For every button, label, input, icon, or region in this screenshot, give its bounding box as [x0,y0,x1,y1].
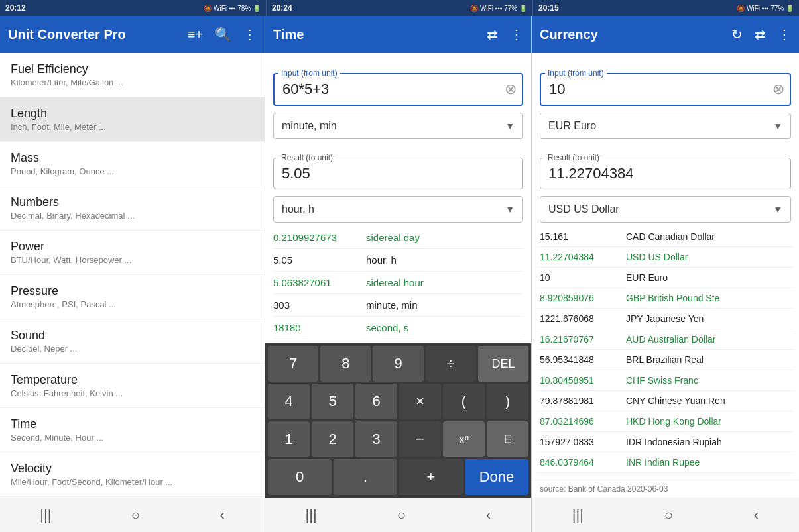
time-from-dropdown[interactable]: minute, min ▼ [273,113,523,139]
currency-from-dropdown[interactable]: EUR Euro ▼ [540,113,791,139]
currency-row: 56.95341848 BRL Brazilian Real [537,350,794,370]
currency-row: 15.161 CAD Canadian Dollar [537,227,794,247]
nav-item-numbers[interactable]: Numbers Decimal, Binary, Hexadecimal ... [0,186,265,231]
time-to-dropdown[interactable]: hour, h ▼ [273,196,523,223]
status-bar-1: 20:12 🔕 WiFi ▪▪▪ 78% 🔋 [0,0,267,16]
key-8[interactable]: 8 [320,346,371,382]
currency-to-dropdown[interactable]: USD US Dollar ▼ [540,196,791,223]
currency-from-unit: EUR Euro [548,120,596,132]
curr-name: CHF Swiss Franc [626,375,791,386]
currency-row: 8.920859076 GBP British Pound Ste [537,288,794,309]
nav-back-icon-3[interactable]: ‹ [754,507,759,524]
swap-icon[interactable]: ⇄ [487,27,498,42]
key-6[interactable]: 6 [355,384,397,419]
bottom-nav-1: ||| ○ ‹ [0,498,265,532]
panel-unit-converter: Unit Converter Pro ≡+ 🔍 ⋮ Fuel Efficienc… [0,16,265,532]
currency-input-wrapper[interactable]: ⊗ [540,73,791,106]
key-9[interactable]: 9 [373,346,423,382]
more-options-icon-2[interactable]: ⋮ [510,27,523,42]
time-input-wrapper[interactable]: ⊗ [273,73,523,106]
chevron-down-icon-3: ▼ [773,121,782,131]
search-icon[interactable]: 🔍 [215,27,231,42]
time-title: Time [273,27,304,42]
key-x[interactable]: . [334,459,397,495]
nav-item-subtitle: Atmosphere, PSI, Pascal ... [11,299,254,309]
chevron-down-icon: ▼ [505,121,515,131]
currency-to-unit: USD US Dollar [548,203,619,215]
curr-value: 157927.0833 [540,437,626,447]
currency-header-icons: ↻ ⇄ ⋮ [731,27,791,42]
nav-item-subtitle: Kilometer/Liter, Mile/Gallon ... [11,78,254,87]
nav-menu-icon[interactable]: ||| [40,507,51,524]
nav-item-velocity[interactable]: Velocity Mile/Hour, Foot/Second, Kilomet… [0,452,265,497]
more-options-icon[interactable]: ⋮ [243,27,257,42]
key-4[interactable]: 4 [268,384,310,419]
key-0[interactable]: 0 [268,459,332,495]
nav-item-pressure[interactable]: Pressure Atmosphere, PSI, Pascal ... [0,275,265,319]
currency-title: Currency [540,27,598,42]
status-time-2: 20:24 [272,3,292,13]
currency-result-value: 11.22704384 [548,165,633,182]
key-x[interactable]: + [399,459,463,495]
key-Done[interactable]: Done [465,459,528,495]
key-x[interactable]: × [399,384,441,419]
nav-item-time[interactable]: Time Second, Minute, Hour ... [0,408,265,452]
key-1[interactable]: 1 [268,421,310,457]
nav-menu-icon-3[interactable]: ||| [572,507,584,524]
curr-name: GBP British Pound Ste [626,293,791,303]
nav-menu-icon-2[interactable]: ||| [306,507,317,524]
app-title: Unit Converter Pro [8,27,126,42]
time-content: Input (from unit) ⊗ minute, min ▼ Result… [265,53,531,498]
nav-item-subtitle: Decimal, Binary, Hexadecimal ... [11,211,254,221]
conversion-row: 5.05 hour, h [273,249,523,272]
conv-value: 0.2109927673 [273,232,366,243]
status-bar-3: 20:15 🔕 WiFi ▪▪▪ 77% 🔋 [533,0,799,16]
time-result-section: Result (to unit) 5.05 [265,143,531,192]
nav-item-subtitle: BTU/Hour, Watt, Horsepower ... [11,255,254,265]
currency-row: 16.21670767 AUD Australian Dollar [537,329,794,350]
time-input-clear[interactable]: ⊗ [505,81,517,98]
time-input-label: Input (from unit) [278,68,340,78]
add-unit-icon[interactable]: ≡+ [188,27,203,42]
time-conversions-list: 0.2109927673 sidereal day5.05 hour, h5.0… [265,227,531,343]
key-x[interactable]: ÷ [426,346,476,382]
refresh-icon[interactable]: ↻ [731,27,743,42]
status-bar-2: 20:24 🔕 WiFi ▪▪▪ 77% 🔋 [267,0,533,16]
currency-input-clear[interactable]: ⊗ [772,81,784,98]
panel-currency: Currency ↻ ⇄ ⋮ Input (from unit) ⊗ EUR E… [532,16,799,532]
nav-list: Fuel Efficiency Kilometer/Liter, Mile/Ga… [0,53,265,498]
key-x[interactable]: ( [443,384,485,419]
nav-home-icon[interactable]: ○ [131,507,140,524]
currency-input-field[interactable] [546,74,772,105]
key-E[interactable]: E [487,421,528,457]
curr-value: 16.21670767 [540,334,626,345]
key-DEL[interactable]: DEL [478,346,528,382]
key-xx[interactable]: xⁿ [443,421,485,457]
key-3[interactable]: 3 [355,421,397,457]
time-result-wrapper: 5.05 [273,158,523,189]
header-currency: Currency ↻ ⇄ ⋮ [532,16,799,53]
curr-value: 10 [540,272,626,283]
nav-item-length[interactable]: Length Inch, Foot, Mile, Meter ... [0,97,265,142]
nav-item-power[interactable]: Power BTU/Hour, Watt, Horsepower ... [0,231,265,275]
nav-item-mass[interactable]: Mass Pound, Kilogram, Ounce ... [0,142,265,186]
currency-row: 10 EUR Euro [537,268,794,288]
curr-name: HKD Hong Kong Dollar [626,416,791,427]
conv-unit: minute, min [366,299,523,311]
nav-item-fuel-efficiency[interactable]: Fuel Efficiency Kilometer/Liter, Mile/Ga… [0,53,265,97]
nav-back-icon[interactable]: ‹ [219,507,224,524]
nav-item-sound[interactable]: Sound Decibel, Neper ... [0,319,265,364]
key-7[interactable]: 7 [268,346,318,382]
more-options-icon-3[interactable]: ⋮ [778,27,791,42]
nav-home-icon-3[interactable]: ○ [664,507,673,524]
nav-item-temperature[interactable]: Temperature Celsius, Fahrenheit, Kelvin … [0,364,265,408]
time-input-field[interactable] [280,74,505,105]
swap-icon-2[interactable]: ⇄ [755,27,766,42]
key-5[interactable]: 5 [312,384,353,419]
key-2[interactable]: 2 [312,421,353,457]
curr-name: EUR Euro [626,272,791,283]
nav-home-icon-2[interactable]: ○ [397,507,406,524]
nav-back-icon-2[interactable]: ‹ [486,507,491,524]
key-x[interactable]: − [399,421,441,457]
key-x[interactable]: ) [487,384,528,419]
